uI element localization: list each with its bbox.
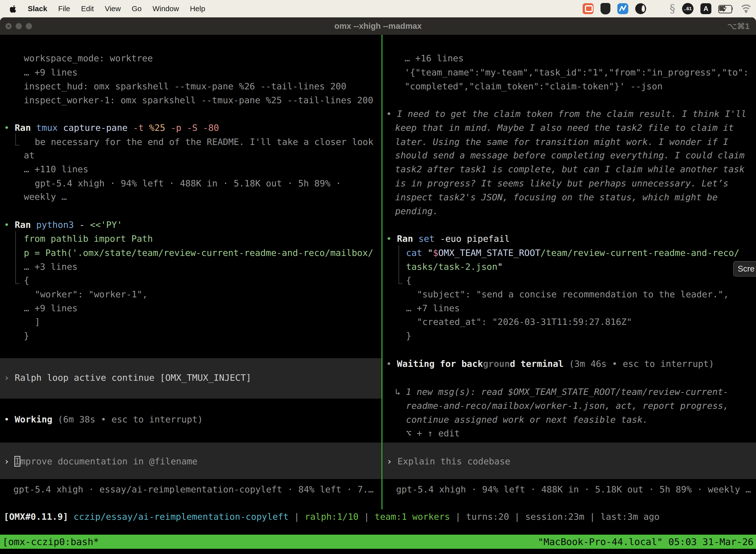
window-titlebar[interactable]: omx --xhigh --madmax ⌥⌘1 [0, 17, 756, 35]
terminal-line: "created_at": "2026-03-31T11:59:27.816Z" [417, 315, 632, 329]
terminal-line: "completed","claim_token":"claim-token"}… [404, 79, 663, 93]
edit-hint: ⌥ + ↑ edit [406, 427, 460, 440]
terminal-line: p = Path('.omx/state/team/review-current… [24, 246, 373, 260]
ran-python-command: • Ran python3 - <<'PY' [4, 218, 122, 232]
terminal-line: … +9 lines [24, 301, 78, 315]
menu-item-view[interactable]: View [105, 4, 121, 13]
terminal-line: later. Using the same for transition mig… [395, 135, 729, 149]
menu-item-window[interactable]: Window [152, 4, 179, 13]
terminal-line: … +16 lines [404, 51, 463, 65]
ralph-inject-line: › Ralph loop active continue [OMX_TMUX_I… [4, 371, 251, 385]
menu-item-slack[interactable]: Slack [28, 4, 47, 13]
terminal-line: inspect task2's JSON, focusing on the st… [395, 190, 717, 204]
prompt-line-right: › Explain this codebase [387, 454, 510, 468]
apple-menu-icon[interactable] [10, 5, 17, 13]
terminal-line: { [24, 274, 29, 287]
screenshot-tooltip: Scre [733, 261, 756, 277]
terminal-line: "subject": "send a concise recommendatio… [417, 287, 729, 301]
pie-crescent-icon[interactable] [635, 3, 646, 14]
menu-item-file[interactable]: File [58, 4, 70, 13]
menu-status-icons: § ..61 A [583, 3, 756, 14]
terminal-line: from pathlib import Path [24, 232, 153, 246]
terminal-line: … +9 lines [24, 65, 78, 79]
thinking-text: • I need to get the claim token from the… [386, 107, 746, 121]
ran-set-command: • Ran set -euo pipefail [386, 232, 510, 246]
terminal-line: { [406, 274, 412, 287]
terminal-line: … +3 lines [24, 260, 78, 274]
terminal-line: } [24, 329, 29, 343]
text-cursor: I [15, 456, 20, 466]
ran-tmux-command: • Ran tmux capture-pane -t %25 -p -S -80 [4, 121, 219, 135]
working-status-line: • Working (6m 38s • esc to interrupt) [4, 412, 203, 427]
menu-item-edit[interactable]: Edit [81, 4, 94, 13]
terminal-line: pending. [395, 204, 438, 218]
pane-divider[interactable] [381, 35, 382, 509]
window-shortcut: ⌥⌘1 [728, 17, 750, 35]
omx-status-line: [OMX#0.11.9] cczip/essay/ai-reimplementa… [4, 510, 659, 524]
terminal-line: gpt-5.4 xhigh · 94% left · 488K in · 5.1… [35, 176, 341, 190]
terminal-line: ] [35, 315, 40, 329]
menu-bar: SlackFileEditViewGoWindowHelp § ..61 A [0, 0, 756, 17]
model-status-right: gpt-5.4 xhigh · 94% left · 488K in · 5.1… [396, 483, 751, 496]
terminal-line: continue assigned work or next feasible … [406, 413, 648, 427]
terminal-line: tasks/task-2.json" [406, 260, 503, 274]
model-status-left: gpt-5.4 xhigh · essay/ai-reimplementatio… [13, 483, 374, 496]
prompt-line-left: › Improve documentation in @filename [4, 454, 197, 468]
terminal-line: weekly … [24, 190, 67, 204]
terminal-line: task2 after task1 is complete, but can I… [395, 162, 745, 176]
circle-badge-61[interactable]: ..61 [682, 3, 693, 14]
terminal-line: readme-and-reco/mailbox/worker-1.json, a… [406, 399, 729, 413]
grid-dots-icon[interactable] [653, 4, 663, 14]
terminal-line: workspace_mode: worktree [24, 51, 153, 65]
tmux-status-bar: [omx-cczip0:bash* "MacBook-Pro-44.local"… [0, 535, 756, 549]
window-title: omx --xhigh --madmax [0, 21, 756, 31]
terminal-line: should send a message before completing … [395, 149, 745, 162]
squiggle-icon[interactable]: § [670, 3, 675, 14]
wifi-icon[interactable] [740, 4, 752, 13]
terminal-line: is in progress? It seems likely but perh… [395, 176, 729, 190]
terminal-line: cat "$OMX_TEAM_STATE_ROOT/team/review-cu… [406, 246, 739, 260]
terminal-line: … +110 lines [24, 162, 88, 176]
waiting-status-line: • Waiting for background terminal (3m 46… [386, 357, 714, 371]
zigzag-glyph [617, 3, 628, 14]
terminal-window: omx --xhigh --madmax ⌥⌘1 Scre workspace_… [0, 17, 756, 554]
terminal-line: … +7 lines [406, 301, 460, 315]
terminal-content: Scre workspace_mode: worktree… +9 linesi… [0, 35, 756, 554]
chat-app-icon[interactable] [583, 3, 593, 14]
mailbox-message: ↳ 1 new msg(s): read $OMX_TEAM_STATE_ROO… [395, 385, 729, 399]
menu-items: SlackFileEditViewGoWindowHelp [28, 4, 205, 13]
blue-badge-icon[interactable] [617, 3, 628, 14]
terminal-line: be necessary for the end of the README. … [35, 135, 373, 149]
terminal-line: keep that in mind. Maybe I also need the… [395, 121, 734, 135]
shield-grid-icon[interactable] [601, 3, 611, 14]
tmux-host-clock: "MacBook-Pro-44.local" 05:03 31-Mar-26 [538, 536, 754, 547]
tmux-session-label: [omx-cczip0:bash* [2, 536, 99, 547]
menu-item-help[interactable]: Help [190, 4, 205, 13]
apple-icon [10, 5, 17, 13]
terminal-line: inspect_worker-1: omx sparkshell --tmux-… [24, 93, 373, 107]
terminal-line: } [406, 329, 412, 343]
terminal-line: "worker": "worker-1", [35, 287, 147, 301]
output-connector [15, 133, 19, 146]
terminal-line: '{"team_name":"my-team","task_id":"1","f… [404, 65, 749, 79]
battery-icon[interactable] [718, 5, 733, 12]
input-source-icon[interactable]: A [700, 3, 711, 14]
terminal-line: at [24, 149, 35, 162]
output-connector [15, 231, 19, 284]
menu-item-go[interactable]: Go [132, 4, 142, 13]
charging-bolt-icon [721, 5, 728, 12]
output-connector [398, 245, 402, 284]
terminal-line: inspect_hud: omx sparkshell --tmux-pane … [24, 79, 346, 93]
